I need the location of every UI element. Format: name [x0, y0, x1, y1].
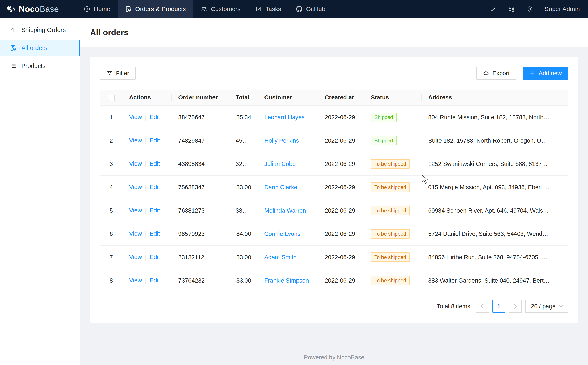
sidebar-item-shipping-orders[interactable]: Shipping Orders: [0, 22, 80, 38]
view-link[interactable]: View: [129, 137, 142, 144]
view-link[interactable]: View: [129, 160, 142, 167]
order-number-cell: 23132112: [178, 254, 204, 260]
view-link[interactable]: View: [129, 184, 142, 190]
row-index: 3: [110, 161, 113, 167]
nocobase-cube-icon: [6, 4, 15, 14]
page-number-button[interactable]: 1: [492, 300, 505, 313]
blocks-add-icon[interactable]: [508, 6, 515, 13]
view-link[interactable]: View: [129, 277, 142, 284]
total-cell: 84.00: [236, 231, 251, 237]
orders-table: Actions Order number Total Customer Crea…: [100, 90, 568, 292]
select-all-checkbox[interactable]: [108, 95, 115, 101]
sidebar-item-all-orders[interactable]: All orders: [0, 40, 80, 56]
header-customer: Customer: [258, 90, 318, 105]
status-badge: Shipped: [371, 112, 397, 122]
nav-item-customers[interactable]: Customers: [193, 0, 248, 18]
header-order-number: Order number: [172, 90, 229, 105]
page-header: All orders: [80, 18, 588, 47]
table-row[interactable]: 4 ViewEdit 75638347 83.00 Darin Clarke 2…: [100, 175, 568, 199]
edit-link[interactable]: Edit: [150, 254, 160, 260]
view-link[interactable]: View: [129, 207, 142, 214]
edit-link[interactable]: Edit: [150, 207, 160, 214]
prev-page-button[interactable]: [476, 300, 489, 313]
actions-divider: [145, 115, 146, 121]
status-badge: To be shipped: [371, 159, 410, 168]
edit-link[interactable]: Edit: [150, 160, 160, 167]
nav-item-label: Orders & Products: [135, 6, 186, 13]
nav-item-github[interactable]: GitHub: [289, 0, 333, 18]
team-icon: [201, 6, 207, 12]
customer-link[interactable]: Julian Cobb: [264, 161, 296, 167]
pagination: Total 8 items 1 20 / page: [100, 300, 568, 313]
customer-link[interactable]: Melinda Warren: [264, 207, 306, 214]
status-badge: To be shipped: [371, 229, 410, 239]
customer-link[interactable]: Frankie Simpson: [264, 277, 309, 284]
table-row[interactable]: 3 ViewEdit 43895834 321.00 Julian Cobb 2…: [100, 152, 568, 175]
edit-link[interactable]: Edit: [150, 230, 160, 237]
filter-button[interactable]: Filter: [100, 67, 136, 80]
edit-link[interactable]: Edit: [150, 137, 160, 144]
table-row[interactable]: 7 ViewEdit 23132112 83.00 Adam Smith 202…: [100, 246, 568, 269]
order-number-cell: 74829847: [178, 137, 205, 144]
customer-link[interactable]: Connie Lyons: [264, 231, 300, 237]
nav-item-orders-products[interactable]: Orders & Products: [118, 0, 193, 18]
table-row[interactable]: 6 ViewEdit 98570923 84.00 Connie Lyons 2…: [100, 222, 568, 246]
next-page-button[interactable]: [509, 300, 522, 313]
edit-link[interactable]: Edit: [150, 114, 160, 120]
chevron-left-icon: [481, 304, 486, 309]
order-number-cell: 43895834: [178, 161, 205, 167]
table-row[interactable]: 1 ViewEdit 38475647 85.34 Leonard Hayes …: [100, 105, 568, 129]
actions-divider: [145, 231, 146, 237]
header-total: Total: [229, 90, 258, 105]
edit-link[interactable]: Edit: [150, 184, 160, 190]
customer-link[interactable]: Darin Clarke: [264, 184, 297, 190]
sidebar-item-label: All orders: [21, 44, 47, 51]
table-row[interactable]: 2 ViewEdit 74829847 453.00 Holly Perkins…: [100, 129, 568, 152]
header-spacer: [557, 90, 568, 105]
sidebar-item-label: Products: [21, 62, 45, 69]
user-menu[interactable]: Super Admin: [544, 6, 580, 13]
add-new-button[interactable]: Add new: [523, 67, 568, 80]
table-toolbar: Filter Export Add new: [100, 67, 568, 80]
status-badge: To be shipped: [371, 253, 410, 262]
nav-item-home[interactable]: Home: [76, 0, 118, 18]
view-link[interactable]: View: [129, 230, 142, 237]
nav-right: Super Admin: [490, 0, 588, 18]
address-cell: 1252 Swaniawski Corners, Suite 688, 8137…: [428, 161, 555, 167]
address-cell: Suite 182, 15783, North Robert, Oregon, …: [428, 137, 556, 144]
table-row[interactable]: 5 ViewEdit 76381273 332.00 Melinda Warre…: [100, 199, 568, 222]
total-cell: 453.00: [236, 137, 254, 144]
nav-item-tasks[interactable]: Tasks: [248, 0, 289, 18]
nocobase-logo[interactable]: NocoBase: [0, 0, 76, 18]
chevron-down-icon: [559, 303, 563, 308]
export-button[interactable]: Export: [476, 67, 516, 80]
total-cell: 83.00: [236, 254, 251, 260]
created-at-cell: 2022-06-29: [325, 207, 355, 214]
filter-label: Filter: [116, 70, 129, 77]
list-icon: [10, 63, 16, 69]
edit-link[interactable]: Edit: [150, 277, 160, 284]
main-menu: Home Orders & Products Customers Tasks: [76, 0, 333, 18]
header-address: Address: [422, 90, 557, 105]
customer-link[interactable]: Adam Smith: [264, 254, 297, 260]
order-number-cell: 75638347: [178, 184, 205, 190]
address-cell: 804 Runte Mission, Suite 182, 15783, Nor…: [428, 114, 554, 120]
add-new-label: Add new: [539, 70, 562, 77]
gear-icon[interactable]: [526, 6, 533, 13]
sidebar-item-label: Shipping Orders: [21, 26, 66, 33]
view-link[interactable]: View: [129, 254, 142, 260]
order-number-cell: 73764232: [178, 277, 205, 284]
address-cell: 5724 Daniel Drive, Suite 563, 54403, Wen…: [428, 231, 556, 237]
content-area: Filter Export Add new: [80, 47, 588, 365]
customer-link[interactable]: Leonard Hayes: [264, 114, 305, 120]
file-done-icon: [10, 45, 16, 51]
highlighter-icon[interactable]: [490, 6, 497, 13]
sidebar-item-products[interactable]: Products: [0, 58, 80, 74]
nav-item-label: Tasks: [266, 6, 281, 13]
page-size-select[interactable]: 20 / page: [525, 300, 568, 313]
main-area: All orders Filter Export: [80, 18, 588, 365]
view-link[interactable]: View: [129, 114, 142, 120]
footer-text: Powered by NocoBase: [80, 354, 588, 361]
table-row[interactable]: 8 ViewEdit 73764232 33.00 Frankie Simpso…: [100, 269, 568, 292]
customer-link[interactable]: Holly Perkins: [264, 137, 299, 144]
